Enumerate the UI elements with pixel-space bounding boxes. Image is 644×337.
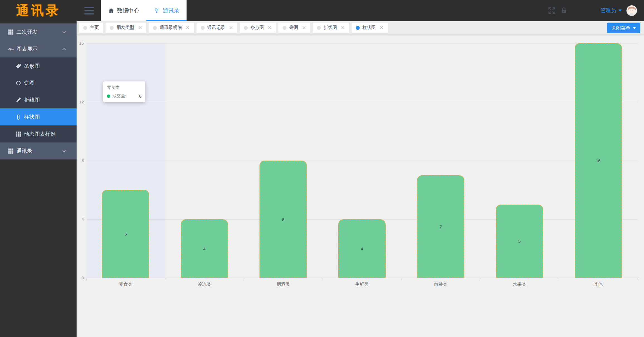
close-menu-button[interactable]: 关闭菜单 bbox=[607, 23, 640, 33]
sidebar-item-pie-chart[interactable]: 饼图 bbox=[0, 74, 77, 91]
tab-pie-chart[interactable]: 饼图 ✕ bbox=[278, 23, 310, 33]
logo-text: 通讯录 bbox=[16, 2, 60, 19]
home-icon bbox=[108, 8, 114, 14]
close-icon[interactable]: ✕ bbox=[229, 25, 233, 30]
sidebar-menu: 二次开发 图表展示 条形图 bbox=[0, 21, 77, 159]
bar-value-label: 7 bbox=[418, 224, 464, 229]
tab-dot bbox=[153, 26, 157, 30]
tab-dot bbox=[283, 26, 287, 30]
tab-dot bbox=[317, 26, 321, 30]
bar-value-label: 16 bbox=[575, 158, 621, 163]
x-axis-category-label: 散装类 bbox=[401, 281, 480, 287]
bar[interactable]: 6 bbox=[102, 190, 149, 278]
fullscreen-icon[interactable] bbox=[547, 0, 556, 21]
caret-down-icon bbox=[618, 9, 622, 12]
x-axis-category-label: 水果类 bbox=[480, 281, 559, 287]
bar[interactable]: 4 bbox=[338, 219, 386, 278]
x-axis-tick bbox=[323, 278, 323, 280]
tab-label: 朋友类型 bbox=[116, 25, 134, 31]
sidebar-item-bar-chart[interactable]: 条形图 bbox=[0, 57, 77, 74]
app-window: 通讯录 数据中心 通讯录 bbox=[0, 0, 644, 337]
y-axis-tick-label: 8 bbox=[77, 158, 84, 163]
bar[interactable]: 4 bbox=[181, 219, 228, 278]
avatar[interactable] bbox=[626, 5, 637, 16]
x-axis-category-label: 其他 bbox=[559, 281, 638, 287]
grid-icon bbox=[15, 131, 21, 137]
close-icon[interactable]: ✕ bbox=[341, 25, 345, 30]
tab-addressbook-detail[interactable]: 通讯录明细 ✕ bbox=[149, 23, 194, 33]
gridline bbox=[86, 161, 638, 161]
top-menu: 数据中心 通讯录 bbox=[101, 0, 187, 21]
tooltip-series-label: 成交量: bbox=[112, 93, 126, 99]
pulse-icon bbox=[8, 46, 14, 52]
top-menu-item-data-center[interactable]: 数据中心 bbox=[101, 0, 146, 21]
series-dot-icon bbox=[107, 94, 110, 98]
y-axis-tick-label: 16 bbox=[77, 40, 84, 46]
tab-label: 通讯记录 bbox=[207, 25, 225, 31]
lock-icon[interactable] bbox=[560, 0, 568, 21]
tab-bar: 主页 朋友类型 ✕ 通讯录明细 ✕ 通讯记录 ✕ 条形图 ✕ 饼图 ✕ bbox=[77, 21, 644, 35]
grid-icon bbox=[8, 148, 14, 154]
tab-dot bbox=[356, 26, 360, 30]
sidebar-item-label: 条形图 bbox=[24, 62, 40, 70]
tab-bar-chart[interactable]: 条形图 ✕ bbox=[240, 23, 276, 33]
y-axis-tick-label: 4 bbox=[77, 217, 84, 222]
bar[interactable]: 16 bbox=[575, 43, 622, 278]
bar-chart: 零食类 成交量: 6 04812166零食类4冷冻类8烟酒类4生鲜类7散装类5水… bbox=[77, 35, 644, 337]
sidebar-item-addressbook[interactable]: 通讯录 bbox=[0, 142, 77, 159]
top-menu-item-label: 数据中心 bbox=[117, 7, 139, 14]
logo: 通讯录 bbox=[0, 0, 77, 21]
x-axis-tick bbox=[86, 278, 87, 280]
tab-line-chart[interactable]: 折线图 ✕ bbox=[313, 23, 349, 33]
sidebar-item-label: 二次开发 bbox=[16, 28, 38, 36]
tab-contact-record[interactable]: 通讯记录 ✕ bbox=[197, 23, 237, 33]
tab-column-chart[interactable]: 柱状图 ✕ bbox=[352, 23, 388, 33]
sidebar-item-secondary-dev[interactable]: 二次开发 bbox=[0, 23, 77, 40]
close-icon[interactable]: ✕ bbox=[380, 25, 384, 30]
bar[interactable]: 5 bbox=[496, 205, 543, 278]
chevron-down-icon bbox=[62, 30, 67, 35]
tab-dot bbox=[83, 26, 87, 30]
sidebar-item-line-chart[interactable]: 折线图 bbox=[0, 91, 77, 108]
sidebar-item-label: 图表展示 bbox=[16, 45, 38, 53]
close-icon[interactable]: ✕ bbox=[268, 25, 272, 30]
tab-dot bbox=[244, 26, 248, 30]
top-menu-item-addressbook[interactable]: 通讯录 bbox=[146, 0, 187, 21]
gridline bbox=[86, 43, 638, 43]
hamburger-menu-icon[interactable] bbox=[84, 7, 94, 14]
sidebar-item-dynamic-chart-sample[interactable]: 动态图表样例 bbox=[0, 125, 77, 142]
x-axis-category-label: 零食类 bbox=[86, 281, 165, 287]
sidebar-item-label: 通讯录 bbox=[16, 147, 32, 155]
bulb-icon bbox=[154, 8, 160, 14]
close-icon[interactable]: ✕ bbox=[186, 25, 190, 30]
bar-value-label: 6 bbox=[102, 232, 149, 236]
sidebar-item-column-chart[interactable]: 柱状图 bbox=[0, 108, 77, 125]
sidebar-item-label: 饼图 bbox=[24, 79, 35, 87]
tooltip-row: 成交量: 6 bbox=[107, 93, 141, 99]
chevron-down-icon bbox=[62, 149, 67, 154]
caret-down-icon bbox=[633, 27, 636, 29]
sidebar-item-charts[interactable]: 图表展示 bbox=[0, 40, 77, 57]
sidebar: 二次开发 图表展示 条形图 bbox=[0, 21, 77, 337]
user-menu[interactable]: 管理员 bbox=[600, 0, 622, 21]
tab-label: 柱状图 bbox=[363, 25, 376, 31]
bar[interactable]: 7 bbox=[417, 175, 464, 278]
bar-value-label: 4 bbox=[181, 246, 227, 251]
chart-tooltip: 零食类 成交量: 6 bbox=[103, 81, 145, 102]
bar-value-label: 5 bbox=[496, 239, 543, 244]
tab-friend-type[interactable]: 朋友类型 ✕ bbox=[106, 23, 146, 33]
close-icon[interactable]: ✕ bbox=[138, 25, 142, 30]
user-name: 管理员 bbox=[600, 7, 616, 14]
sidebar-item-label: 柱状图 bbox=[24, 113, 40, 121]
close-menu-button-label: 关闭菜单 bbox=[611, 25, 630, 31]
tooltip-title: 零食类 bbox=[107, 85, 141, 90]
top-header: 通讯录 数据中心 通讯录 bbox=[0, 0, 644, 21]
y-axis-tick-label: 12 bbox=[77, 99, 84, 105]
grid-icon bbox=[8, 29, 14, 35]
tab-label: 通讯录明细 bbox=[160, 25, 182, 31]
bar[interactable]: 8 bbox=[259, 161, 307, 278]
close-icon[interactable]: ✕ bbox=[302, 25, 306, 30]
tag-icon bbox=[15, 63, 21, 69]
circle-icon bbox=[15, 80, 21, 86]
tab-home[interactable]: 主页 bbox=[79, 23, 103, 33]
